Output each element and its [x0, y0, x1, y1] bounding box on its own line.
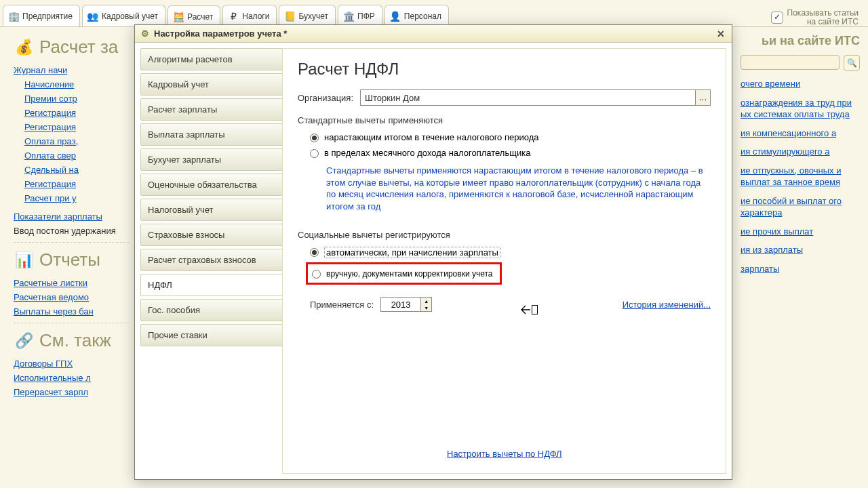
menu-item-ndfl[interactable]: НДФЛ [140, 274, 283, 296]
section-reports-title: 📊 Отчеты [14, 249, 129, 270]
arrow-icon: 🔗 [14, 332, 34, 350]
seealso-link[interactable]: Договоры ГПХ [14, 357, 129, 371]
search-input[interactable] [741, 55, 840, 70]
pfr-icon: 🏛️ [342, 10, 355, 22]
its-link[interactable]: ие пособий и выплат ого характера [741, 195, 860, 219]
taxes-icon: ₽ [227, 10, 239, 22]
tab-taxes[interactable]: ₽ Налоги [222, 5, 277, 26]
dialog-title-text: Настройка параметров учета * [154, 28, 287, 39]
its-link[interactable]: ие прочих выплат [741, 226, 860, 238]
tab-label: Кадровый учет [102, 12, 158, 21]
year-spinner[interactable]: ▲ ▼ [421, 297, 432, 312]
org-select-button[interactable]: … [696, 89, 711, 106]
tab-label: ПФР [357, 12, 375, 21]
tab-label: Расчет [187, 12, 213, 22]
show-articles-checkbox[interactable]: ✓ [771, 12, 783, 24]
section-raschet-title: 💰 Расчет за [14, 37, 129, 58]
its-link[interactable]: ия стимулирующего а [741, 146, 860, 158]
dialog-menu: Алгоритмы расчетов Кадровый учет Расчет … [140, 48, 283, 474]
year-input[interactable] [380, 297, 421, 312]
report-link[interactable]: Расчетная ведомо [14, 290, 129, 304]
menu-item-hr[interactable]: Кадровый учет [140, 73, 283, 96]
tree-item[interactable]: Оплата праз, [14, 134, 129, 148]
tab-pfr[interactable]: 🏛️ ПФР [338, 5, 382, 26]
tree-item[interactable]: Оплата свер [14, 148, 129, 163]
menu-item-salary-calc[interactable]: Расчет зарплаты [140, 98, 283, 121]
menu-item-tax-acc[interactable]: Налоговый учет [140, 199, 283, 221]
its-link[interactable]: ие отпускных, овочных и выплат за танное… [741, 165, 860, 188]
radio-manual-label: вручную, документами корректировки учета [326, 269, 493, 279]
tree-item[interactable]: Регистрация [14, 177, 129, 191]
report-link[interactable]: Расчетные листки [14, 276, 129, 290]
menu-item-algorithms[interactable]: Алгоритмы расчетов [140, 48, 283, 70]
show-articles-label: Показывать статьина сайте ИТС [787, 9, 859, 26]
its-link[interactable]: ознаграждения за труд при ых системах оп… [741, 97, 860, 121]
tab-accounting[interactable]: 📒 Бухучет [279, 5, 336, 26]
journal-link[interactable]: Журнал начи [14, 63, 129, 77]
org-input[interactable] [360, 89, 696, 106]
section-seealso-title: 🔗 См. такж [14, 330, 129, 351]
radio-row-auto[interactable]: автоматически, при начислении зарплаты [298, 245, 711, 262]
its-link[interactable]: зарплаты [741, 263, 860, 275]
tab-hr[interactable]: 👥 Кадровый учет [82, 5, 165, 26]
radio-auto-label: автоматически, при начислении зарплаты [324, 247, 500, 258]
tree-item[interactable]: Сдельный на [14, 163, 129, 177]
spinner-down-icon: ▼ [421, 304, 431, 311]
close-button[interactable]: ✕ [714, 27, 728, 41]
content-heading: Расчет НДФЛ [298, 60, 711, 79]
menu-item-insurance[interactable]: Страховые взносы [140, 224, 283, 246]
menu-item-salary-acc[interactable]: Бухучет зарплаты [140, 148, 283, 171]
dialog-titlebar[interactable]: ⚙ Настройка параметров учета * ✕ [135, 25, 732, 43]
spinner-up-icon: ▲ [421, 298, 431, 304]
top-tab-bar: 🏢 Предприятие 👥 Кадровый учет 🧮 Расчет ₽… [0, 0, 868, 27]
info-text: Стандартные вычеты применяются нарастающ… [298, 162, 711, 215]
radio-monthly-label: в пределах месячного дохода налогоплател… [324, 148, 530, 158]
search-icon: 🔍 [847, 58, 857, 68]
report-link[interactable]: Выплаты через бан [14, 304, 129, 319]
seealso-link[interactable]: Перерасчет зарпл [14, 385, 129, 399]
history-link[interactable]: История изменений... [623, 300, 711, 310]
menu-item-estimates[interactable]: Оценочные обязательства [140, 174, 283, 196]
menu-item-gos[interactable]: Гос. пособия [140, 299, 283, 321]
tree-item[interactable]: Регистрация [14, 120, 129, 134]
social-deductions-header: Социальные вычеты регистрируются [298, 230, 711, 240]
radio-row-cumulative[interactable]: нарастающим итогом в течение налогового … [298, 131, 711, 146]
its-link[interactable]: очего времени [741, 78, 860, 90]
configure-deductions-link[interactable]: Настроить вычеты по НДФЛ [447, 449, 562, 459]
coins-icon: 💰 [14, 39, 34, 56]
chart-icon: 📊 [14, 251, 34, 269]
tab-label: Персонал [404, 12, 441, 21]
std-deductions-header: Стандартные вычеты применяются [298, 115, 711, 125]
calc-icon: 🧮 [172, 11, 184, 23]
tree-item[interactable]: Расчет при у [14, 191, 129, 205]
vvod-label: Ввод постоян удержания [14, 224, 129, 238]
tab-label: Налоги [242, 12, 269, 21]
menu-item-insurance-calc[interactable]: Расчет страховых взносов [140, 249, 283, 271]
tree-item[interactable]: Регистрация [14, 106, 129, 120]
tab-label: Бухучет [298, 12, 328, 21]
personnel-icon: 👤 [389, 10, 401, 22]
menu-item-other-rates[interactable]: Прочие ставки [140, 324, 283, 346]
radio-auto[interactable] [310, 248, 319, 257]
tree-item[interactable]: Начисление [14, 77, 129, 92]
radio-monthly[interactable] [310, 149, 319, 158]
its-link[interactable]: ия компенсационного а [741, 127, 860, 140]
gear-icon: ⚙ [139, 28, 151, 40]
right-panel-title: ьи на сайте ИТС [741, 34, 860, 48]
tree-item[interactable]: Премии сотр [14, 92, 129, 106]
dialog-content: Расчет НДФЛ Организация: … Стандартные в… [282, 48, 726, 474]
org-label: Организация: [298, 93, 353, 103]
top-right-area: ✓ Показывать статьина сайте ИТС [771, 9, 865, 26]
applied-from-label: Применяется с: [310, 300, 374, 310]
tab-personnel[interactable]: 👤 Персонал [384, 5, 449, 26]
radio-row-monthly[interactable]: в пределах месячного дохода налогоплател… [298, 146, 711, 162]
radio-cumulative-label: нарастающим итогом в течение налогового … [324, 132, 538, 142]
its-link[interactable]: ия из зарплаты [741, 244, 860, 256]
radio-cumulative[interactable] [310, 134, 319, 142]
tab-enterprise[interactable]: 🏢 Предприятие [3, 5, 80, 26]
seealso-link[interactable]: Исполнительные л [14, 371, 129, 385]
menu-item-salary-pay[interactable]: Выплата зарплаты [140, 123, 283, 146]
radio-manual[interactable] [312, 270, 321, 279]
indicators-link[interactable]: Показатели зарплаты [14, 209, 129, 224]
search-button[interactable]: 🔍 [844, 55, 860, 71]
